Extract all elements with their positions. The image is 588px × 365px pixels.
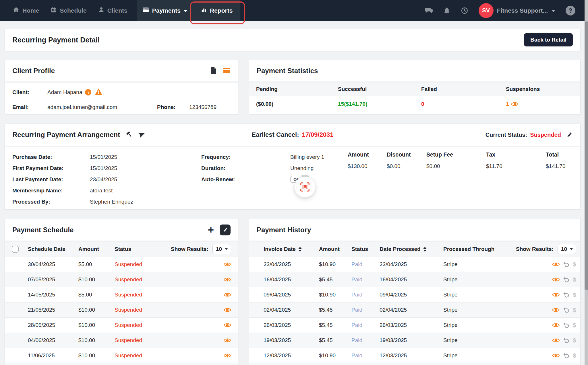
view-suspensions-eye-icon[interactable]: [511, 102, 519, 107]
amount-column-value: $141.70: [546, 163, 566, 169]
gavel-icon[interactable]: [126, 131, 133, 139]
view-eye-icon[interactable]: [224, 307, 231, 313]
arrangement-field-row: Processed By: Stephen Enriquez: [12, 196, 133, 207]
charge-dollar-icon[interactable]: $: [573, 337, 576, 344]
charge-dollar-icon[interactable]: $: [573, 261, 576, 268]
amount-column: Setup Fee $0.00: [426, 151, 453, 169]
history-row: 26/03/2025 $5.45 Paid 26/03/2025 Stripe …: [249, 317, 580, 333]
retry-payment-icon[interactable]: [563, 322, 570, 329]
nav-item-reports[interactable]: Reports: [193, 0, 240, 21]
view-eye-icon[interactable]: [224, 292, 231, 297]
invoice-date-cell: 16/04/2025: [264, 276, 319, 283]
help-icon[interactable]: ?: [566, 6, 575, 15]
view-eye-icon[interactable]: [224, 323, 231, 328]
add-schedule-icon[interactable]: +: [208, 225, 214, 235]
chat-icon[interactable]: [425, 7, 433, 14]
view-eye-icon[interactable]: [552, 353, 560, 358]
send-icon[interactable]: [138, 131, 145, 139]
nav-item-clients[interactable]: Clients: [92, 0, 133, 21]
nav-item-home[interactable]: Home: [7, 0, 45, 21]
status-cell: Paid: [351, 307, 380, 313]
clipped-next-row: [249, 363, 580, 365]
charge-dollar-icon[interactable]: $: [573, 322, 576, 329]
amount-cell: $5.00: [78, 292, 115, 298]
status-cell: Suspended: [115, 261, 158, 268]
col-status: Status: [351, 246, 380, 252]
nav-label: Payments: [152, 7, 181, 14]
charge-dollar-icon[interactable]: $: [573, 307, 576, 313]
phone-label: Phone:: [157, 104, 189, 110]
barcode-scan-button[interactable]: [295, 177, 315, 197]
col-status: Status: [115, 246, 158, 252]
view-eye-icon[interactable]: [224, 338, 231, 343]
view-eye-icon[interactable]: [552, 338, 560, 343]
show-results-select[interactable]: 10: [212, 244, 231, 254]
charge-dollar-icon[interactable]: $: [573, 352, 576, 359]
person-icon: [98, 7, 105, 14]
nav-item-payments[interactable]: Payments: [137, 0, 193, 21]
amount-cell: $5.45: [319, 337, 351, 343]
amount-column-label: Total: [546, 151, 566, 158]
warning-icon[interactable]: [95, 88, 102, 97]
charge-dollar-icon[interactable]: $: [573, 291, 576, 298]
info-icon[interactable]: i: [85, 89, 91, 95]
history-table-header: Invoice Date Amount Status Date Processe…: [249, 242, 580, 257]
processed-through-cell: Stripe: [443, 261, 498, 268]
payment-card-icon[interactable]: [223, 67, 231, 75]
view-eye-icon[interactable]: [224, 262, 231, 267]
history-row: 16/04/2025 $5.45 Paid 16/04/2025 Stripe …: [249, 272, 580, 287]
retry-payment-icon[interactable]: [563, 276, 570, 283]
view-eye-icon[interactable]: [552, 292, 560, 297]
back-to-retail-button[interactable]: Back to Retail: [524, 33, 573, 46]
scrollbar-thumb[interactable]: [585, 22, 588, 290]
page-scrollbar[interactable]: [585, 0, 588, 365]
avatar: SV: [479, 3, 494, 18]
amount-cell: $10.00: [78, 337, 115, 343]
note-document-icon[interactable]: [210, 67, 217, 75]
amount-cell: $5.45: [319, 322, 351, 328]
status-cell: Paid: [351, 292, 380, 298]
show-results-label: Show Results:: [516, 246, 554, 252]
client-row: Client: Adam Hapana i: [12, 85, 231, 100]
earliest-cancel: Earliest Cancel: 17/09/2031: [252, 131, 333, 138]
view-eye-icon[interactable]: [552, 323, 560, 328]
schedule-rows: 30/04/2025 $5.00 Suspended 07/05/2025 $1…: [5, 257, 238, 363]
amount-cell: $10.00: [78, 276, 115, 283]
history-row: 02/04/2025 $5.45 Paid 02/04/2025 Stripe …: [249, 302, 580, 317]
view-eye-icon[interactable]: [224, 277, 231, 282]
phone-value: 123456789: [189, 104, 216, 110]
select-all-checkbox[interactable]: [12, 246, 19, 253]
amount-column-value: $0.00: [426, 163, 453, 169]
edit-schedule-icon[interactable]: [220, 225, 231, 235]
retry-payment-icon[interactable]: [563, 307, 570, 313]
retry-payment-icon[interactable]: [563, 337, 570, 344]
edit-status-pencil-icon[interactable]: [566, 131, 573, 138]
account-menu[interactable]: SV Fitness Support...: [479, 3, 555, 18]
show-results-select[interactable]: 10: [558, 244, 576, 254]
sort-invoice-date-icon[interactable]: [298, 247, 302, 252]
processed-through-cell: Stripe: [443, 337, 498, 343]
schedule-row: 30/04/2025 $5.00 Suspended: [5, 257, 238, 272]
pending-value: ($0.00): [256, 101, 338, 107]
nav-label: Reports: [210, 7, 233, 14]
processed-through-cell: Stripe: [443, 322, 498, 328]
bell-icon[interactable]: [443, 7, 450, 14]
col-amount: Amount: [78, 246, 115, 252]
schedule-row: 07/05/2025 $10.00 Suspended: [5, 272, 238, 287]
charge-dollar-icon[interactable]: $: [573, 276, 576, 283]
retry-payment-icon[interactable]: [563, 291, 570, 298]
amount-column-value: $11.70: [486, 163, 502, 169]
view-eye-icon[interactable]: [224, 353, 231, 358]
payment-schedule-title: Payment Schedule: [12, 226, 74, 234]
view-eye-icon[interactable]: [552, 277, 560, 282]
clock-icon[interactable]: [461, 7, 468, 14]
view-eye-icon[interactable]: [552, 262, 560, 267]
sort-date-processed-icon[interactable]: [423, 247, 427, 252]
payment-schedule-card: Payment Schedule + Schedule Date Amount …: [5, 219, 238, 365]
view-eye-icon[interactable]: [552, 307, 560, 313]
payment-history-title: Payment History: [257, 226, 311, 234]
retry-payment-icon[interactable]: [563, 352, 570, 359]
nav-item-schedule[interactable]: Schedule: [45, 0, 92, 21]
history-row: 12/03/2025 $10.90 Paid 12/03/2025 Stripe…: [249, 348, 580, 363]
retry-payment-icon[interactable]: [563, 261, 570, 268]
